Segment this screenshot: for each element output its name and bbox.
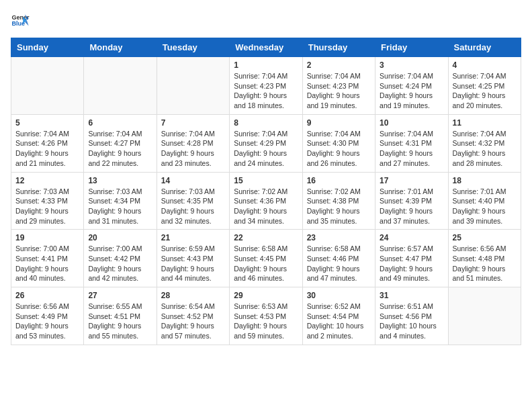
day-number: 15	[234, 176, 298, 185]
week-row-2: 5Sunrise: 7:04 AMSunset: 4:26 PMDaylight…	[11, 114, 521, 172]
day-info: Sunrise: 6:52 AMSunset: 4:54 PMDaylight:…	[307, 302, 371, 341]
day-cell-1: 1Sunrise: 7:04 AMSunset: 4:23 PMDaylight…	[230, 57, 302, 115]
day-cell-24: 24Sunrise: 6:57 AMSunset: 4:47 PMDayligh…	[375, 230, 448, 287]
day-number: 23	[307, 233, 371, 242]
day-number: 24	[380, 233, 443, 242]
day-number: 3	[380, 60, 443, 70]
empty-cell	[84, 57, 157, 115]
day-cell-25: 25Sunrise: 6:56 AMSunset: 4:48 PMDayligh…	[448, 230, 521, 287]
calendar-table: SundayMondayTuesdayWednesdayThursdayFrid…	[11, 38, 521, 345]
day-cell-3: 3Sunrise: 7:04 AMSunset: 4:24 PMDaylight…	[375, 57, 448, 115]
day-info: Sunrise: 7:03 AMSunset: 4:33 PMDaylight:…	[15, 187, 79, 226]
svg-text:Blue: Blue	[11, 20, 25, 27]
day-number: 7	[161, 118, 225, 128]
day-info: Sunrise: 7:04 AMSunset: 4:27 PMDaylight:…	[88, 129, 152, 169]
day-info: Sunrise: 7:04 AMSunset: 4:23 PMDaylight:…	[307, 71, 371, 111]
day-info: Sunrise: 7:01 AMSunset: 4:39 PMDaylight:…	[380, 187, 443, 226]
day-number: 21	[161, 233, 225, 242]
week-row-4: 19Sunrise: 7:00 AMSunset: 4:41 PMDayligh…	[11, 230, 521, 287]
empty-cell	[448, 287, 521, 345]
weekday-header-row: SundayMondayTuesdayWednesdayThursdayFrid…	[11, 38, 521, 57]
day-cell-6: 6Sunrise: 7:04 AMSunset: 4:27 PMDaylight…	[84, 114, 157, 172]
week-row-5: 26Sunrise: 6:56 AMSunset: 4:49 PMDayligh…	[11, 287, 521, 345]
day-number: 27	[88, 291, 152, 300]
day-cell-19: 19Sunrise: 7:00 AMSunset: 4:41 PMDayligh…	[11, 230, 84, 287]
weekday-header-tuesday: Tuesday	[157, 38, 229, 57]
day-number: 6	[88, 118, 152, 128]
day-number: 8	[234, 118, 298, 128]
day-number: 25	[453, 233, 517, 242]
day-cell-4: 4Sunrise: 7:04 AMSunset: 4:25 PMDaylight…	[448, 57, 521, 115]
day-cell-16: 16Sunrise: 7:02 AMSunset: 4:38 PMDayligh…	[302, 172, 375, 230]
day-number: 1	[234, 60, 298, 70]
logo: General Blue	[11, 11, 30, 30]
day-cell-8: 8Sunrise: 7:04 AMSunset: 4:29 PMDaylight…	[230, 114, 302, 172]
weekday-header-monday: Monday	[84, 38, 157, 57]
day-cell-31: 31Sunrise: 6:51 AMSunset: 4:56 PMDayligh…	[375, 287, 448, 345]
day-cell-18: 18Sunrise: 7:01 AMSunset: 4:40 PMDayligh…	[448, 172, 521, 230]
day-number: 14	[161, 176, 225, 185]
empty-cell	[157, 57, 229, 115]
weekday-header-friday: Friday	[375, 38, 448, 57]
day-cell-12: 12Sunrise: 7:03 AMSunset: 4:33 PMDayligh…	[11, 172, 84, 230]
day-number: 4	[453, 60, 517, 70]
day-cell-20: 20Sunrise: 7:00 AMSunset: 4:42 PMDayligh…	[84, 230, 157, 287]
day-info: Sunrise: 6:51 AMSunset: 4:56 PMDaylight:…	[380, 302, 443, 341]
day-number: 11	[453, 118, 517, 128]
day-info: Sunrise: 7:04 AMSunset: 4:24 PMDaylight:…	[380, 71, 443, 111]
day-cell-7: 7Sunrise: 7:04 AMSunset: 4:28 PMDaylight…	[157, 114, 229, 172]
day-cell-2: 2Sunrise: 7:04 AMSunset: 4:23 PMDaylight…	[302, 57, 375, 115]
week-row-3: 12Sunrise: 7:03 AMSunset: 4:33 PMDayligh…	[11, 172, 521, 230]
day-cell-21: 21Sunrise: 6:59 AMSunset: 4:43 PMDayligh…	[157, 230, 229, 287]
day-info: Sunrise: 6:56 AMSunset: 4:49 PMDaylight:…	[15, 302, 79, 341]
day-cell-29: 29Sunrise: 6:53 AMSunset: 4:53 PMDayligh…	[230, 287, 302, 345]
day-info: Sunrise: 7:02 AMSunset: 4:38 PMDaylight:…	[307, 187, 371, 226]
day-number: 19	[15, 233, 79, 242]
day-number: 31	[380, 291, 443, 300]
day-cell-14: 14Sunrise: 7:03 AMSunset: 4:35 PMDayligh…	[157, 172, 229, 230]
day-cell-26: 26Sunrise: 6:56 AMSunset: 4:49 PMDayligh…	[11, 287, 84, 345]
weekday-header-sunday: Sunday	[11, 38, 84, 57]
day-info: Sunrise: 7:04 AMSunset: 4:29 PMDaylight:…	[234, 129, 298, 169]
day-info: Sunrise: 7:03 AMSunset: 4:34 PMDaylight:…	[88, 187, 152, 226]
day-cell-13: 13Sunrise: 7:03 AMSunset: 4:34 PMDayligh…	[84, 172, 157, 230]
day-info: Sunrise: 7:04 AMSunset: 4:28 PMDaylight:…	[161, 129, 225, 169]
day-number: 13	[88, 176, 152, 185]
day-number: 29	[234, 291, 298, 300]
day-info: Sunrise: 7:04 AMSunset: 4:31 PMDaylight:…	[380, 129, 443, 169]
day-number: 20	[88, 233, 152, 242]
day-info: Sunrise: 7:03 AMSunset: 4:35 PMDaylight:…	[161, 187, 225, 226]
day-info: Sunrise: 7:04 AMSunset: 4:32 PMDaylight:…	[453, 129, 517, 169]
logo-icon: General Blue	[11, 11, 30, 30]
day-info: Sunrise: 7:00 AMSunset: 4:41 PMDaylight:…	[15, 244, 79, 283]
week-row-1: 1Sunrise: 7:04 AMSunset: 4:23 PMDaylight…	[11, 57, 521, 115]
day-info: Sunrise: 6:55 AMSunset: 4:51 PMDaylight:…	[88, 302, 152, 341]
day-info: Sunrise: 6:56 AMSunset: 4:48 PMDaylight:…	[453, 244, 517, 283]
day-info: Sunrise: 6:53 AMSunset: 4:53 PMDaylight:…	[234, 302, 298, 341]
day-info: Sunrise: 7:04 AMSunset: 4:30 PMDaylight:…	[307, 129, 371, 169]
day-cell-27: 27Sunrise: 6:55 AMSunset: 4:51 PMDayligh…	[84, 287, 157, 345]
day-info: Sunrise: 7:04 AMSunset: 4:25 PMDaylight:…	[453, 71, 517, 111]
day-number: 18	[453, 176, 517, 185]
day-info: Sunrise: 7:02 AMSunset: 4:36 PMDaylight:…	[234, 187, 298, 226]
day-cell-9: 9Sunrise: 7:04 AMSunset: 4:30 PMDaylight…	[302, 114, 375, 172]
empty-cell	[11, 57, 84, 115]
day-info: Sunrise: 7:00 AMSunset: 4:42 PMDaylight:…	[88, 244, 152, 283]
day-number: 28	[161, 291, 225, 300]
day-number: 16	[307, 176, 371, 185]
day-cell-28: 28Sunrise: 6:54 AMSunset: 4:52 PMDayligh…	[157, 287, 229, 345]
day-number: 9	[307, 118, 371, 128]
day-info: Sunrise: 6:58 AMSunset: 4:46 PMDaylight:…	[307, 244, 371, 283]
day-info: Sunrise: 6:58 AMSunset: 4:45 PMDaylight:…	[234, 244, 298, 283]
day-cell-11: 11Sunrise: 7:04 AMSunset: 4:32 PMDayligh…	[448, 114, 521, 172]
day-number: 22	[234, 233, 298, 242]
day-number: 17	[380, 176, 443, 185]
day-number: 5	[15, 118, 79, 128]
day-cell-30: 30Sunrise: 6:52 AMSunset: 4:54 PMDayligh…	[302, 287, 375, 345]
day-number: 12	[15, 176, 79, 185]
weekday-header-thursday: Thursday	[302, 38, 375, 57]
day-cell-22: 22Sunrise: 6:58 AMSunset: 4:45 PMDayligh…	[230, 230, 302, 287]
day-number: 30	[307, 291, 371, 300]
day-cell-5: 5Sunrise: 7:04 AMSunset: 4:26 PMDaylight…	[11, 114, 84, 172]
day-info: Sunrise: 6:57 AMSunset: 4:47 PMDaylight:…	[380, 244, 443, 283]
